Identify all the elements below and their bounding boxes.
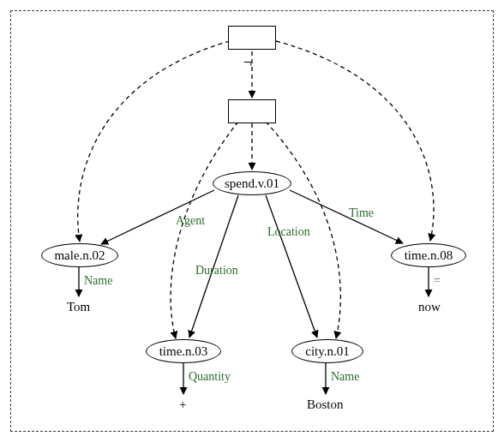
label-duration: Duration bbox=[195, 264, 238, 278]
leaf-boston: Boston bbox=[307, 397, 344, 412]
node-time08: time.n.08 bbox=[391, 243, 466, 267]
proposition-box bbox=[228, 99, 276, 123]
node-male: male.n.02 bbox=[41, 243, 118, 267]
negation-box bbox=[228, 26, 276, 50]
label-time: Time bbox=[349, 206, 374, 220]
leaf-now: now bbox=[418, 300, 441, 314]
leaf-plus: + bbox=[179, 397, 186, 412]
label-eq: = bbox=[434, 274, 441, 288]
label-agent: Agent bbox=[176, 214, 205, 228]
label-quantity: Quantity bbox=[189, 370, 231, 384]
negation-op-label: ¬ bbox=[243, 54, 252, 72]
label-name-male: Name bbox=[84, 274, 112, 288]
node-time03: time.n.03 bbox=[146, 339, 221, 363]
node-spend: spend.v.01 bbox=[213, 171, 291, 195]
label-location: Location bbox=[267, 225, 310, 239]
node-city: city.n.01 bbox=[291, 339, 363, 363]
label-name-city: Name bbox=[331, 370, 359, 384]
leaf-tom: Tom bbox=[67, 300, 90, 314]
diagram-frame bbox=[10, 10, 494, 432]
